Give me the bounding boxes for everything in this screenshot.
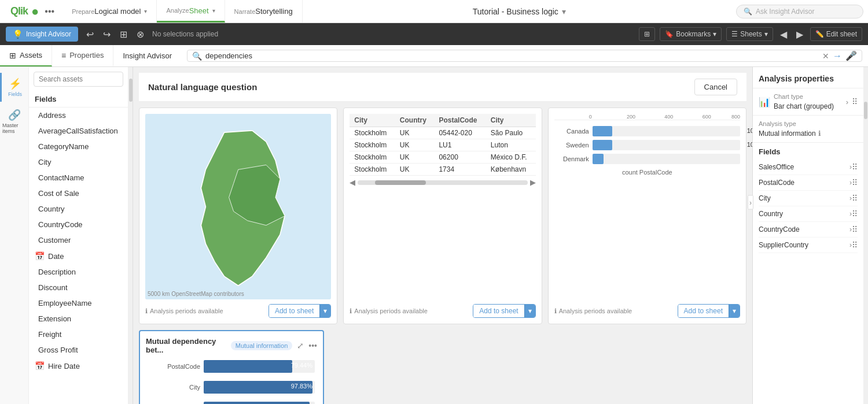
scroll-right-icon[interactable]: ▶ bbox=[530, 178, 536, 187]
back-nav-icon[interactable]: ◀ bbox=[778, 27, 789, 42]
field-item-address[interactable]: Address bbox=[29, 108, 128, 123]
edit-icon: ✏️ bbox=[815, 30, 824, 38]
field-drag-icon[interactable]: ⠿ bbox=[852, 225, 858, 234]
bar-add-to-sheet-button[interactable]: Add to sheet ▾ bbox=[678, 304, 740, 318]
right-panel-header: Analysis properties bbox=[753, 67, 863, 88]
field-drag-icon[interactable]: ⠿ bbox=[852, 209, 858, 218]
ask-advisor-search[interactable]: 🔍 Ask Insight Advisor bbox=[736, 5, 863, 18]
right-panel-field-country[interactable]: Country › ⠿ bbox=[759, 206, 858, 222]
right-panel-scrollbar[interactable] bbox=[863, 67, 868, 404]
field-item-date[interactable]: 📅Date bbox=[29, 248, 128, 264]
mutual-dependency-card: Mutual dependency bet... Mutual informat… bbox=[139, 330, 324, 404]
insight-advisor-button[interactable]: 💡 Insight Advisor bbox=[6, 27, 78, 42]
select-icon[interactable]: ⊞ bbox=[117, 27, 130, 42]
bar-add-to-sheet-dropdown[interactable]: ▾ bbox=[729, 305, 740, 317]
tab-assets[interactable]: ⊞ Assets bbox=[0, 45, 52, 66]
second-nav: 💡 Insight Advisor ↩ ↪ ⊞ ⊗ No selections … bbox=[0, 23, 868, 45]
right-panel-field-city[interactable]: City › ⠿ bbox=[759, 191, 858, 206]
table-row: Stockholm UK LU1 Luton bbox=[350, 139, 535, 151]
right-panel-field-suppliercountry[interactable]: SupplierCountry › ⠿ bbox=[759, 238, 858, 253]
table-add-to-sheet-dropdown[interactable]: ▾ bbox=[524, 305, 535, 317]
nav-narrate[interactable]: Narrate Storytelling bbox=[225, 0, 303, 23]
right-panel-collapse-button[interactable]: › bbox=[752, 195, 753, 209]
right-panel-field-countrycode[interactable]: CountryCode › ⠿ bbox=[759, 222, 858, 238]
field-item-description[interactable]: Description bbox=[29, 264, 128, 280]
ia-submit-button[interactable]: → bbox=[833, 51, 842, 61]
map-add-to-sheet-dropdown[interactable]: ▾ bbox=[319, 305, 330, 317]
insight-advisor-search-bar[interactable]: 🔍 ✕ → 🎤 bbox=[187, 50, 862, 62]
field-item-categoryname[interactable]: CategoryName bbox=[29, 139, 128, 154]
ia-search-input[interactable] bbox=[205, 51, 819, 60]
field-item-countrycode[interactable]: CountryCode bbox=[29, 217, 128, 232]
expand-icon[interactable]: ⤢ bbox=[297, 341, 304, 350]
logo-area[interactable]: Qlik ● ••• bbox=[5, 4, 62, 19]
field-item-customer[interactable]: Customer bbox=[29, 232, 128, 248]
field-item-city[interactable]: City bbox=[29, 154, 128, 170]
nav-prepare[interactable]: Prepare Logical model ▾ bbox=[62, 0, 157, 23]
sheets-button[interactable]: ☰ Sheets ▾ bbox=[726, 27, 773, 41]
ia-clear-button[interactable]: ✕ bbox=[822, 51, 829, 61]
field-drag-icon[interactable]: ⠿ bbox=[852, 178, 858, 187]
prepare-dropdown-icon: ▾ bbox=[144, 8, 147, 14]
field-item-freight[interactable]: Freight bbox=[29, 327, 128, 342]
charts-row: 5000 km OpenStreetMap contributors ℹ Ana… bbox=[139, 108, 746, 324]
table-add-to-sheet-button[interactable]: Add to sheet ▾ bbox=[473, 304, 535, 318]
insight-advisor-label: Insight Advisor bbox=[113, 51, 181, 60]
field-item-hiredate[interactable]: 📅Hire Date bbox=[29, 358, 128, 374]
field-item-grossprofit[interactable]: Gross Profit bbox=[29, 342, 128, 358]
sidebar-scrollbar[interactable] bbox=[128, 67, 133, 404]
clear-icon[interactable]: ⊗ bbox=[134, 27, 146, 42]
map-chart-footer: ℹ Analysis periods available Add to shee… bbox=[145, 299, 331, 318]
table-row: Stockholm UK 05442-020 São Paulo bbox=[350, 127, 535, 139]
cancel-button[interactable]: Cancel bbox=[694, 79, 737, 95]
bar-chart-icon: 📊 bbox=[759, 97, 770, 108]
bookmarks-button[interactable]: 🔖 Bookmarks ▾ bbox=[660, 27, 722, 41]
fields-list: Address AverageCallSatisfaction Category… bbox=[29, 108, 128, 404]
info-icon: ℹ bbox=[145, 307, 148, 315]
right-panel-field-salesoffice[interactable]: SalesOffice › ⠿ bbox=[759, 160, 858, 175]
field-type-icon-date: 📅 bbox=[35, 251, 45, 261]
more-menu-button[interactable]: ••• bbox=[42, 4, 57, 19]
card-title: Mutual dependency bet... bbox=[146, 337, 226, 354]
map-add-to-sheet-button[interactable]: Add to sheet ▾ bbox=[269, 304, 331, 318]
field-item-discount[interactable]: Discount bbox=[29, 280, 128, 295]
field-item-contactname[interactable]: ContactName bbox=[29, 170, 128, 186]
forward-icon[interactable]: ↪ bbox=[101, 27, 113, 42]
top-nav: Qlik ● ••• Prepare Logical model ▾ Analy… bbox=[0, 0, 868, 23]
main-layout: ⚡ Fields 🔗 Master items Fields Address A… bbox=[0, 67, 868, 404]
grid-view-button[interactable]: ⊞ bbox=[639, 27, 655, 41]
sidebar-item-fields[interactable]: ⚡ Fields bbox=[0, 73, 28, 102]
field-item-country[interactable]: Country bbox=[29, 201, 128, 217]
more-options-icon[interactable]: ••• bbox=[308, 341, 317, 350]
field-drag-icon[interactable]: ⠿ bbox=[852, 240, 858, 250]
analysis-type-label: Analysis type bbox=[759, 120, 858, 127]
back-icon[interactable]: ↩ bbox=[84, 27, 96, 42]
left-sidebar: ⚡ Fields 🔗 Master items Fields Address A… bbox=[0, 67, 133, 404]
field-drag-icon[interactable]: ⠿ bbox=[852, 162, 858, 172]
assets-icon: ⊞ bbox=[9, 51, 16, 60]
bar-row-sweden: Sweden 108 bbox=[554, 140, 740, 150]
chart-type-drag-icon[interactable]: ⠿ bbox=[852, 97, 858, 106]
ia-mic-button[interactable]: 🎤 bbox=[845, 50, 857, 61]
nav-analyze[interactable]: Analyze Sheet ▾ bbox=[157, 0, 225, 23]
forward-nav-icon[interactable]: ▶ bbox=[794, 27, 806, 42]
ia-search-icon: 🔍 bbox=[192, 51, 202, 61]
search-assets-input[interactable] bbox=[34, 72, 123, 87]
sidebar-item-master-items[interactable]: 🔗 Master items bbox=[0, 104, 28, 139]
bar-chart-xlabel: count PostalCode bbox=[554, 169, 740, 176]
field-item-employeename[interactable]: EmployeeName bbox=[29, 295, 128, 311]
qlik-logo-dot: ● bbox=[31, 5, 39, 18]
analysis-type-info-icon[interactable]: ℹ bbox=[818, 129, 821, 138]
third-bar: ⊞ Assets ≡ Properties Insight Advisor 🔍 … bbox=[0, 45, 868, 67]
south-america-map bbox=[145, 114, 331, 299]
edit-sheet-button[interactable]: ✏️ Edit sheet bbox=[810, 27, 862, 41]
right-panel-field-postalcode[interactable]: PostalCode › ⠿ bbox=[759, 175, 858, 191]
field-item-extension[interactable]: Extension bbox=[29, 311, 128, 327]
field-drag-icon[interactable]: ⠿ bbox=[852, 194, 858, 203]
tab-properties[interactable]: ≡ Properties bbox=[52, 45, 113, 66]
field-item-avgcall[interactable]: AverageCallSatisfaction bbox=[29, 123, 128, 139]
selections-text: No selections applied bbox=[152, 30, 633, 38]
field-item-costofsale[interactable]: Cost of Sale bbox=[29, 186, 128, 201]
chart-type-expand-icon[interactable]: › bbox=[846, 98, 848, 106]
scroll-left-icon[interactable]: ◀ bbox=[350, 178, 355, 187]
